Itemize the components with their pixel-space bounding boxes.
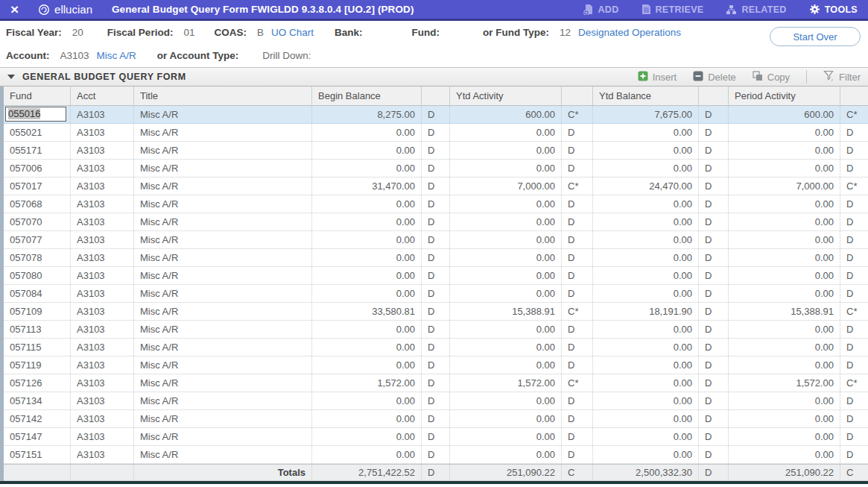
period-activity-cell[interactable]: 7,000.00 xyxy=(728,177,840,195)
col-header-period-activity[interactable]: Period Activity xyxy=(728,87,840,105)
begin-balance-cell[interactable]: 0.00 xyxy=(311,267,421,284)
retrieve-button[interactable]: RETRIEVE xyxy=(642,4,704,15)
begin-ind-cell[interactable]: D xyxy=(421,267,449,284)
ytd-bal-ind-cell[interactable]: D xyxy=(698,410,728,427)
ytd-act-ind-cell[interactable]: D xyxy=(561,356,592,374)
table-row[interactable]: 057077 A3103 Misc A/R 0.00 D 0.00 D 0.00… xyxy=(4,231,868,249)
begin-balance-cell[interactable]: 0.00 xyxy=(311,124,421,141)
table-row[interactable]: 057151 A3103 Misc A/R 0.00 D 0.00 D 0.00… xyxy=(4,446,868,464)
begin-ind-cell[interactable]: D xyxy=(421,428,449,445)
fund-type-value[interactable]: 12 xyxy=(560,27,571,38)
ytd-activity-cell[interactable]: 0.00 xyxy=(449,285,561,302)
title-cell[interactable]: Misc A/R xyxy=(133,177,311,195)
title-cell[interactable]: Misc A/R xyxy=(133,195,311,213)
begin-ind-cell[interactable]: D xyxy=(421,106,449,123)
table-row[interactable]: 057109 A3103 Misc A/R 33,580.81 D 15,388… xyxy=(4,303,868,321)
ytd-activity-cell[interactable]: 0.00 xyxy=(449,446,561,463)
title-cell[interactable]: Misc A/R xyxy=(133,428,311,445)
begin-balance-cell[interactable]: 0.00 xyxy=(311,142,421,159)
account-description-link[interactable]: Misc A/R xyxy=(97,50,136,61)
table-row[interactable]: 057126 A3103 Misc A/R 1,572.00 D 1,572.0… xyxy=(4,374,868,392)
title-cell[interactable]: Misc A/R xyxy=(133,339,311,356)
table-row[interactable]: 057068 A3103 Misc A/R 0.00 D 0.00 D 0.00… xyxy=(4,195,868,213)
ytd-act-ind-cell[interactable]: C* xyxy=(561,374,592,392)
period-activity-cell[interactable]: 0.00 xyxy=(728,410,840,427)
fund-cell[interactable]: 057070 xyxy=(4,213,70,230)
table-row[interactable]: 057142 A3103 Misc A/R 0.00 D 0.00 D 0.00… xyxy=(4,410,868,428)
ytd-bal-ind-cell[interactable]: D xyxy=(698,374,728,392)
period-activity-cell[interactable]: 15,388.91 xyxy=(728,303,840,320)
ytd-bal-ind-cell[interactable]: D xyxy=(698,285,728,302)
fund-cell[interactable]: 057084 xyxy=(4,285,70,302)
coas-description-link[interactable]: UO Chart xyxy=(271,27,314,38)
begin-balance-cell[interactable]: 0.00 xyxy=(311,285,421,302)
table-row[interactable]: 057134 A3103 Misc A/R 0.00 D 0.00 D 0.00… xyxy=(4,392,868,410)
fund-cell[interactable]: 057151 xyxy=(4,446,70,463)
ytd-act-ind-cell[interactable]: D xyxy=(561,285,592,302)
acct-cell[interactable]: A3103 xyxy=(70,428,133,445)
acct-cell[interactable]: A3103 xyxy=(70,267,133,284)
title-cell[interactable]: Misc A/R xyxy=(133,124,311,141)
ytd-bal-ind-cell[interactable]: D xyxy=(698,446,728,463)
ytd-act-ind-cell[interactable]: D xyxy=(561,124,592,141)
period-activity-cell[interactable]: 0.00 xyxy=(728,285,840,302)
col-header-ytd-activity[interactable]: Ytd Activity xyxy=(449,87,561,105)
fund-cell[interactable]: 055171 xyxy=(4,142,70,159)
begin-ind-cell[interactable]: D xyxy=(421,124,449,141)
begin-ind-cell[interactable]: D xyxy=(421,213,449,230)
begin-balance-cell[interactable]: 0.00 xyxy=(311,195,421,213)
fiscal-period-value[interactable]: 01 xyxy=(183,27,194,38)
period-ind-cell[interactable]: D xyxy=(840,124,868,141)
acct-cell[interactable]: A3103 xyxy=(70,160,133,177)
begin-balance-cell[interactable]: 0.00 xyxy=(311,446,421,463)
table-row[interactable]: 055016 A3103 Misc A/R 8,275.00 D 600.00 … xyxy=(4,106,868,124)
period-activity-cell[interactable]: 0.00 xyxy=(728,195,840,213)
period-ind-cell[interactable]: C* xyxy=(840,374,868,392)
title-cell[interactable]: Misc A/R xyxy=(133,374,311,392)
col-header-title[interactable]: Title xyxy=(133,87,311,105)
period-ind-cell[interactable]: D xyxy=(840,446,868,463)
ytd-balance-cell[interactable]: 0.00 xyxy=(592,249,698,266)
begin-balance-cell[interactable]: 0.00 xyxy=(311,428,421,445)
ytd-activity-cell[interactable]: 0.00 xyxy=(449,428,561,445)
ytd-act-ind-cell[interactable]: D xyxy=(561,231,592,248)
acct-cell[interactable]: A3103 xyxy=(70,106,133,123)
ytd-bal-ind-cell[interactable]: D xyxy=(698,267,728,284)
fund-cell[interactable]: 057078 xyxy=(4,249,70,266)
acct-cell[interactable]: A3103 xyxy=(70,321,133,338)
ytd-bal-ind-cell[interactable]: D xyxy=(698,356,728,374)
begin-balance-cell[interactable]: 0.00 xyxy=(311,213,421,230)
table-row[interactable]: 055171 A3103 Misc A/R 0.00 D 0.00 D 0.00… xyxy=(4,142,868,160)
period-activity-cell[interactable]: 0.00 xyxy=(728,160,840,177)
title-cell[interactable]: Misc A/R xyxy=(133,285,311,302)
table-row[interactable]: 057147 A3103 Misc A/R 0.00 D 0.00 D 0.00… xyxy=(4,428,868,446)
acct-cell[interactable]: A3103 xyxy=(70,356,133,374)
ytd-act-ind-cell[interactable]: D xyxy=(561,213,592,230)
acct-cell[interactable]: A3103 xyxy=(70,249,133,266)
fund-cell[interactable]: 057077 xyxy=(4,231,70,248)
ytd-activity-cell[interactable]: 7,000.00 xyxy=(449,177,561,195)
fund-cell[interactable]: 057126 xyxy=(4,374,70,392)
ytd-bal-ind-cell[interactable]: D xyxy=(698,392,728,409)
fund-cell[interactable]: 057080 xyxy=(4,267,70,284)
acct-cell[interactable]: A3103 xyxy=(70,410,133,427)
begin-ind-cell[interactable]: D xyxy=(421,321,449,338)
period-ind-cell[interactable]: D xyxy=(840,195,868,213)
begin-ind-cell[interactable]: D xyxy=(421,410,449,427)
ytd-bal-ind-cell[interactable]: D xyxy=(698,106,728,123)
table-row[interactable]: 057070 A3103 Misc A/R 0.00 D 0.00 D 0.00… xyxy=(4,213,868,231)
col-header-ytd-balance[interactable]: Ytd Balance xyxy=(592,87,698,105)
fund-type-description-link[interactable]: Designated Operations xyxy=(578,27,681,38)
period-activity-cell[interactable]: 0.00 xyxy=(728,124,840,141)
period-ind-cell[interactable]: D xyxy=(840,410,868,427)
ytd-balance-cell[interactable]: 0.00 xyxy=(592,446,698,463)
fund-cell[interactable]: 055016 xyxy=(4,106,70,123)
acct-cell[interactable]: A3103 xyxy=(70,213,133,230)
title-cell[interactable]: Misc A/R xyxy=(133,160,311,177)
period-ind-cell[interactable]: D xyxy=(840,321,868,338)
period-ind-cell[interactable]: D xyxy=(840,339,868,356)
period-activity-cell[interactable]: 0.00 xyxy=(728,446,840,463)
begin-balance-cell[interactable]: 0.00 xyxy=(311,321,421,338)
ytd-balance-cell[interactable]: 0.00 xyxy=(592,213,698,230)
fund-cell[interactable]: 057068 xyxy=(4,195,70,213)
